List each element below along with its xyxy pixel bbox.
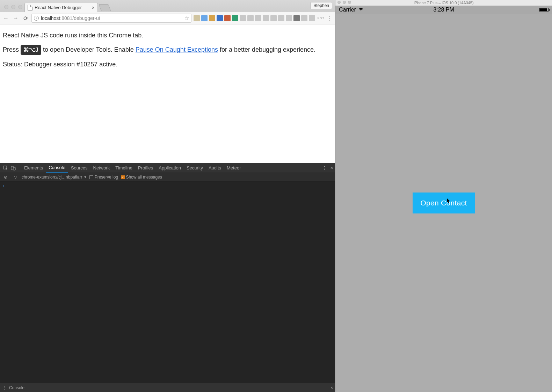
drawer-menu-icon[interactable]: ⋮ [2,385,6,390]
chrome-window: React Native Debugger × Stephen ← → ⟳ i … [0,0,335,392]
debugger-status: Status: Debugger session #10257 active. [3,60,332,69]
keyboard-shortcut: ⌘⌥J [21,45,41,55]
extension-ublock-icon[interactable] [224,15,231,21]
browser-toolbar: ← → ⟳ i localhost:8081/debugger-ui ☆ KST… [0,12,335,24]
extension-es-icon[interactable] [293,15,300,21]
device-toggle-icon[interactable] [10,165,17,172]
sim-minimize-icon[interactable] [343,1,346,4]
drawer-tab-console[interactable]: Console [9,385,24,390]
console-prompt: › [2,183,5,188]
devtools-tab-profiles[interactable]: Profiles [135,163,156,173]
extension-ext3-icon[interactable] [209,15,215,21]
console-output[interactable]: › [0,182,335,383]
close-tab-icon[interactable]: × [92,5,95,10]
carrier-label: Carrier [339,7,356,13]
extension-ext11-icon[interactable] [270,15,277,21]
extension-ext12-icon[interactable] [278,15,284,21]
devtools-tab-timeline[interactable]: Timeline [112,163,135,173]
site-info-icon[interactable]: i [34,16,39,21]
browser-tab[interactable]: React Native Debugger × [24,3,98,12]
extension-ext1-icon[interactable] [194,15,200,21]
devtools-close-icon[interactable]: × [330,165,333,170]
svg-rect-2 [13,167,15,170]
browser-tab-strip: React Native Debugger × Stephen [0,0,335,12]
devtools-panel: ElementsConsoleSourcesNetworkTimelinePro… [0,163,335,392]
bookmark-star-icon[interactable]: ☆ [184,15,189,21]
new-tab-button[interactable] [99,4,111,11]
extension-ext9-icon[interactable] [255,15,261,21]
preserve-log-checkbox[interactable]: Preserve log [89,175,118,180]
execution-context-selector[interactable]: chrome-extension://cj…nbpafiarr ▼ [22,175,87,180]
address-bar[interactable]: i localhost:8081/debugger-ui ☆ [31,14,191,23]
ios-simulator: iPhone 7 Plus – iOS 10.0 (14A345) Carrie… [335,0,552,392]
extension-ext10-icon[interactable] [263,15,269,21]
debugger-info-line1: React Native JS code runs inside this Ch… [3,31,332,40]
url-host: localhost:8081/debugger-ui [41,15,100,21]
devtools-tab-elements[interactable]: Elements [21,163,46,173]
devtools-tab-meteor[interactable]: Meteor [224,163,244,173]
devtools-tab-sources[interactable]: Sources [68,163,90,173]
sim-close-icon[interactable] [337,1,341,4]
app-screen: Open Contact [335,14,552,392]
inspect-element-icon[interactable] [2,165,9,172]
window-controls [2,5,24,12]
tab-title: React Native Debugger [35,5,82,10]
drawer-close-icon[interactable]: × [331,385,333,390]
extension-ext6-icon[interactable] [232,15,238,21]
clear-console-icon[interactable]: ⊘ [2,174,9,181]
zoom-window-icon[interactable] [18,5,22,9]
chevron-down-icon: ▼ [83,175,87,179]
show-all-messages-checkbox[interactable]: Show all messages [121,175,162,180]
battery-icon [539,8,549,12]
close-window-icon[interactable] [4,5,8,9]
page-content: React Native JS code runs inside this Ch… [0,24,335,163]
extension-ext16-icon[interactable] [309,15,315,21]
sim-zoom-icon[interactable] [348,1,351,4]
devtools-tabbar: ElementsConsoleSourcesNetworkTimelinePro… [0,163,335,173]
ios-status-bar: Carrier 3:28 PM [335,6,552,14]
devtools-tab-security[interactable]: Security [184,163,206,173]
devtools-drawer: ⋮ Console × [0,383,335,392]
devtools-tab-application[interactable]: Application [156,163,184,173]
open-contact-button[interactable]: Open Contact [413,193,474,213]
status-time: 3:28 PM [433,7,454,13]
reload-button[interactable]: ⟳ [22,14,29,22]
forward-button[interactable]: → [12,14,20,22]
chrome-menu-icon[interactable]: ⋮ [327,15,333,22]
extension-w-icon[interactable] [247,15,254,21]
back-button[interactable]: ← [2,14,10,22]
pause-exceptions-link[interactable]: Pause On Caught Exceptions [136,46,218,53]
simulator-titlebar: iPhone 7 Plus – iOS 10.0 (14A345) [335,0,552,6]
devtools-tab-network[interactable]: Network [90,163,113,173]
extensions-row [194,15,315,21]
timezone-label: KST [317,16,325,20]
extension-ext15-icon[interactable] [301,15,307,21]
devtools-tab-console[interactable]: Console [46,163,68,173]
filter-icon[interactable]: ▽ [12,174,19,181]
extension-om-icon[interactable] [217,15,223,21]
devtools-menu-icon[interactable]: ⋮ [322,165,327,170]
console-filterbar: ⊘ ▽ chrome-extension://cj…nbpafiarr ▼ Pr… [0,173,335,182]
extension-ext2-icon[interactable] [201,15,208,21]
minimize-window-icon[interactable] [11,5,15,9]
debugger-info-line2: Press ⌘⌥J to open Developer Tools. Enabl… [3,45,332,55]
extension-ext13-icon[interactable] [286,15,292,21]
extension-ext7-icon[interactable] [240,15,246,21]
simulator-title: iPhone 7 Plus – iOS 10.0 (14A345) [414,1,473,5]
profile-chip[interactable]: Stephen [310,2,332,9]
wifi-icon [358,7,364,13]
document-icon [28,5,32,10]
devtools-tab-audits[interactable]: Audits [206,163,224,173]
simulator-window-controls [337,1,351,4]
